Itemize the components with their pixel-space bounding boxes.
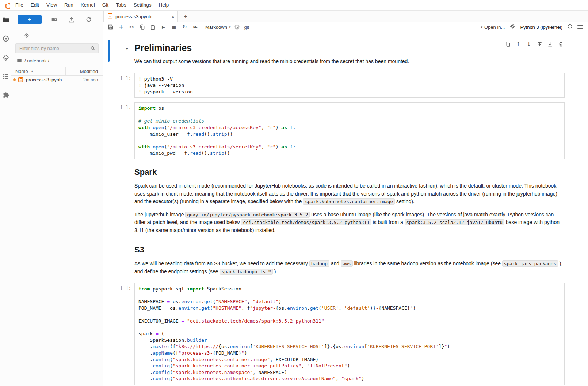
open-in-dropdown[interactable]: ▾ Open in...	[481, 24, 505, 30]
notebook-cells: ▾PreliminariesWe can first output some v…	[103, 37, 588, 386]
filter-files	[15, 43, 99, 53]
code-line	[138, 292, 561, 299]
menu-edit[interactable]: Edit	[27, 0, 43, 10]
cut-cells-icon[interactable]: ✂	[127, 23, 136, 31]
code-editor[interactable]: from pyspark.sql import SparkSession NAM…	[134, 283, 565, 385]
notebook-cell[interactable]: [ ]:from pyspark.sql import SparkSession…	[103, 281, 588, 386]
activity-bar	[0, 11, 11, 386]
notebook-cell[interactable]: SparkSpark can be used in client mode (r…	[103, 162, 588, 239]
menu-view[interactable]: View	[43, 0, 61, 10]
save-icon[interactable]	[106, 23, 115, 31]
menu-settings[interactable]: Settings	[130, 0, 155, 10]
history-clock-icon[interactable]	[233, 23, 241, 31]
restart-kernel-icon[interactable]: ↻	[180, 23, 189, 31]
code-line: ! python3 -V	[138, 76, 561, 82]
insert-cell-below-icon[interactable]	[546, 40, 554, 48]
new-tab-button[interactable]: +	[180, 12, 191, 22]
new-launcher-button[interactable]: +	[18, 15, 42, 24]
move-cell-up-icon[interactable]: ↑	[514, 40, 522, 48]
code-line: with open("/minio-s3-credentials/accessK…	[138, 124, 561, 131]
tab-process-s3[interactable]: process-s3.ipynb ×	[103, 11, 178, 22]
interrupt-kernel-icon[interactable]: ■	[170, 23, 178, 31]
markdown-rendered: S3As we will be reading data from an S3 …	[134, 242, 565, 278]
running-sessions-icon[interactable]	[2, 35, 10, 43]
code-line: POD_NAME = os.environ.get("HOSTNAME", f"…	[138, 305, 561, 312]
cell-collapser[interactable]	[108, 40, 110, 62]
filter-files-input[interactable]	[15, 43, 99, 53]
markdown-paragraph: Spark can be used in client mode (recomm…	[134, 182, 565, 206]
code-line: .config("spark.kubernetes.namespace", NA…	[138, 369, 561, 376]
insert-cell-icon[interactable]: +	[117, 23, 125, 31]
close-tab-icon[interactable]: ×	[171, 14, 175, 19]
chevron-down-icon: ▾	[229, 25, 231, 29]
file-browser-toolbar-row2	[11, 31, 103, 37]
git-sidebar-icon[interactable]	[2, 54, 10, 62]
menu-git[interactable]: Git	[99, 0, 112, 10]
breadcrumb[interactable]: / notebook /	[11, 58, 103, 64]
code-line: minio_pwd = f.read().strip()	[138, 150, 561, 157]
move-cell-down-icon[interactable]: ↓	[525, 40, 533, 48]
code-line: .config("spark.kubernetes.container.imag…	[138, 356, 561, 363]
expand-panel-icon[interactable]	[577, 25, 583, 29]
cell-prompt: [ ]:	[103, 285, 131, 291]
paste-cells-icon[interactable]	[149, 23, 157, 31]
extension-manager-icon[interactable]	[2, 92, 10, 100]
markdown-rendered: SparkSpark can be used in client mode (r…	[134, 164, 565, 237]
column-modified[interactable]: Modified	[65, 67, 103, 75]
inline-code: spark.kubernetes.container.image	[303, 198, 395, 205]
upload-icon[interactable]	[67, 15, 76, 24]
file-status-dot	[13, 78, 16, 81]
new-folder-icon[interactable]	[50, 15, 59, 24]
menu-file[interactable]: File	[12, 0, 27, 10]
code-line: import os	[138, 105, 561, 112]
cell-prompt: [ ]:	[103, 76, 131, 81]
insert-cell-above-icon[interactable]	[535, 40, 543, 48]
notebook-toolbar: + ✂ ▶ ■ ↻ ▶▶ Markdown ▾ git ▾	[103, 22, 588, 32]
file-row[interactable]: process-s3.ipynb2m ago	[11, 76, 103, 84]
menu-kernel[interactable]: Kernel	[77, 0, 99, 10]
code-line	[138, 324, 561, 331]
menu-run[interactable]: Run	[61, 0, 77, 10]
git-toolbar-label: git	[244, 24, 249, 30]
table-of-contents-icon[interactable]	[2, 73, 10, 81]
delete-cell-icon[interactable]	[557, 40, 565, 48]
cell-prompt: [ ]:	[103, 105, 131, 110]
cell-type-dropdown[interactable]: Markdown ▾	[205, 24, 231, 30]
code-line: ! java --version	[138, 82, 561, 89]
chevron-down-icon: ▾	[481, 25, 482, 29]
sort-ascending-icon: ▲	[31, 70, 34, 73]
toolbar-right-group: ▾ Open in... Python 3 (ipykernel)	[481, 23, 583, 31]
notebook-cell[interactable]: [ ]:! python3 -V! java --version! pyspar…	[103, 71, 588, 100]
file-browser-tab-icon[interactable]	[2, 16, 10, 24]
markdown-heading: Preliminaries	[134, 43, 565, 53]
gear-icon[interactable]	[509, 23, 515, 31]
code-line: minio_user = f.read().strip()	[138, 131, 561, 138]
inline-code: spark.hadoopo.fs.*	[220, 269, 273, 275]
code-editor[interactable]: import os # get minio credentialswith op…	[134, 102, 565, 159]
code-line	[138, 311, 561, 318]
git-clone-icon[interactable]	[22, 31, 31, 40]
main-area: process-s3.ipynb × + + ✂ ▶ ■ ↻ ▶▶ Markdo…	[103, 11, 588, 386]
restart-run-all-icon[interactable]: ▶▶	[191, 23, 199, 31]
inline-code: spark.jars.packages	[502, 260, 558, 267]
breadcrumb-path: / notebook /	[24, 58, 49, 63]
copy-cells-icon[interactable]	[138, 23, 146, 31]
notebook-cell[interactable]: S3As we will be reading data from an S3 …	[103, 239, 588, 281]
notebook-cell[interactable]: [ ]:import os # get minio credentialswit…	[103, 100, 588, 162]
menu-help[interactable]: Help	[155, 0, 172, 10]
menu-tabs[interactable]: Tabs	[112, 0, 130, 10]
file-browser-toolbar: +	[11, 11, 103, 24]
run-cell-icon[interactable]: ▶	[159, 23, 168, 31]
code-line: .config("spark.kubernetes.authenticate.d…	[138, 375, 561, 382]
column-name[interactable]: Name ▲	[11, 69, 65, 74]
collapse-heading-icon[interactable]: ▾	[126, 46, 128, 51]
duplicate-cell-icon[interactable]	[504, 40, 512, 48]
kernel-name[interactable]: Python 3 (ipykernel)	[520, 24, 562, 30]
home-folder-icon[interactable]	[17, 58, 22, 64]
code-editor[interactable]: ! python3 -V! java --version! pyspark --…	[134, 73, 565, 98]
notebook-file-icon	[18, 77, 23, 82]
notebook-file-icon	[107, 13, 113, 20]
refresh-icon[interactable]	[84, 15, 93, 24]
search-icon	[90, 46, 96, 53]
file-listing-header: Name ▲ Modified	[11, 67, 103, 76]
